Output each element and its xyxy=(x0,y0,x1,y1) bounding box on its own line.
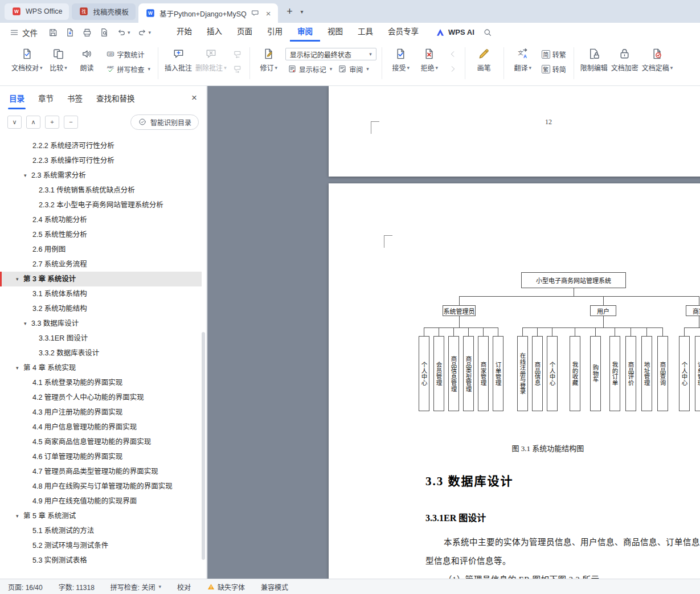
markup-state-select[interactable]: 显示标记的最终状态▾ xyxy=(285,48,376,60)
redo-button[interactable]: ▾ xyxy=(135,25,154,40)
smart-recognize-button[interactable]: 智能识别目录 xyxy=(130,114,199,130)
toc-item[interactable]: 5.1 系统测试的方法 xyxy=(0,523,202,538)
accept-change-button[interactable]: 接受▾ xyxy=(387,45,415,72)
simplified-to-traditional-button[interactable]: 简 转繁 xyxy=(539,48,568,60)
word-count-button[interactable]: 123 字数统计 xyxy=(104,48,153,60)
spellcheck-status[interactable]: 拼写检查: 关闭▾ xyxy=(110,582,161,592)
document-area[interactable]: 12 图 3.1 系统功能结构图 小型电子商务网站管理系统系统管理员个人中心会员… xyxy=(207,86,700,579)
toc-item[interactable]: 2.2.3 系统操作可行性分析 xyxy=(0,153,202,168)
comment-bubble-icon[interactable] xyxy=(251,9,260,18)
toc-item[interactable]: ▾第 4 章 系统实现 xyxy=(0,361,202,375)
print-preview-button[interactable] xyxy=(97,25,112,40)
toc-item[interactable]: 2.4 系统功能分析 xyxy=(0,212,202,227)
menu-tab[interactable]: 插入 xyxy=(199,23,230,42)
toc-item[interactable]: 3.2 系统功能结构 xyxy=(0,301,202,316)
menu-tab[interactable]: 视图 xyxy=(320,23,350,42)
toc-item[interactable]: 2.6 用例图 xyxy=(0,242,202,257)
toc-item[interactable]: 5.3 实例测试表格 xyxy=(0,553,202,568)
new-tab-button[interactable]: + xyxy=(283,4,297,19)
toc-item[interactable]: 4.4 用户信息管理功能的界面实现 xyxy=(0,420,202,435)
expand-arrow-icon[interactable]: ▾ xyxy=(24,316,31,331)
save-button[interactable] xyxy=(46,25,60,40)
track-changes-button[interactable]: 修订▾ xyxy=(255,45,283,72)
previous-change-button[interactable] xyxy=(446,48,460,60)
finalize-document-button[interactable]: 文档定稿▾ xyxy=(640,45,675,72)
toc-item[interactable]: 2.5 系统性能分析 xyxy=(0,227,202,242)
next-change-button[interactable] xyxy=(446,63,460,75)
toc-item[interactable]: 2.3.1 传统销售系统优缺点分析 xyxy=(0,183,202,198)
translate-button[interactable]: 文A 翻译▾ xyxy=(509,45,537,72)
toc-item[interactable]: 4.9 用户在线充值功能的实现界面 xyxy=(0,494,202,509)
wps-ai-button[interactable]: WPS AI xyxy=(435,27,474,38)
menu-tab[interactable]: 页面 xyxy=(230,23,260,42)
toc-item[interactable]: 3.3.2 数据库表设计 xyxy=(0,346,202,361)
close-tab-icon[interactable]: × xyxy=(266,9,271,18)
toc-item[interactable]: 4.8 用户在线购买与订单管理功能的界面实现 xyxy=(0,479,202,494)
expand-all-button[interactable]: ∧ xyxy=(26,116,40,129)
expand-level-button[interactable]: + xyxy=(45,116,59,129)
word-count-indicator[interactable]: 字数: 11318 xyxy=(59,582,95,592)
reject-change-button[interactable]: 拒绝▾ xyxy=(415,45,444,72)
collapse-all-button[interactable]: ∨ xyxy=(7,116,22,129)
toc-item[interactable]: 2.2.2 系统经济可行性分析 xyxy=(0,138,202,153)
sidebar-tab-bookmarks[interactable]: 书签 xyxy=(67,92,83,104)
page-indicator[interactable]: 页面: 16/40 xyxy=(8,582,43,592)
compare-button[interactable]: 比较▾ xyxy=(44,45,73,72)
toc-item[interactable]: 4.5 商家商品信息管理功能的界面实现 xyxy=(0,435,202,449)
menu-tab[interactable]: 开始 xyxy=(169,23,199,42)
read-aloud-button[interactable]: 朗读 xyxy=(73,45,101,72)
sidebar-tab-catalog[interactable]: 目录 xyxy=(9,92,24,104)
toc-item[interactable]: 3.3.1ER 图设计 xyxy=(0,331,202,346)
toc-item[interactable]: 4.7 管理员商品类型管理功能的界面实现 xyxy=(0,464,202,479)
file-menu-button[interactable]: 文件 xyxy=(6,27,41,38)
expand-arrow-icon[interactable]: ▾ xyxy=(16,272,23,286)
toc-item[interactable]: ▾第 5 章 系统测试 xyxy=(0,509,202,523)
tab-document[interactable]: W 基于Python+Django+MySQ × xyxy=(138,3,278,23)
review-pane-button[interactable]: 审阅▾ xyxy=(335,63,371,75)
print-button[interactable] xyxy=(80,25,95,40)
search-button[interactable] xyxy=(480,25,495,40)
toc-item[interactable]: 3.1 系统体系结构 xyxy=(0,286,202,301)
undo-button[interactable]: ▾ xyxy=(114,25,133,40)
show-markup-button[interactable]: 显示标记▾ xyxy=(285,63,335,75)
sidebar-scrollbar[interactable] xyxy=(202,332,205,560)
sidebar-tab-find-replace[interactable]: 查找和替换 xyxy=(96,92,135,104)
toc-item[interactable]: ▾第 3 章 系统设计 xyxy=(0,272,202,286)
sidebar-tab-chapters[interactable]: 章节 xyxy=(38,92,54,104)
tab-wps-office[interactable]: W WPS Office xyxy=(5,3,69,20)
menu-tab[interactable]: 会员专享 xyxy=(380,23,426,42)
export-button[interactable] xyxy=(63,25,77,40)
insert-comment-button[interactable]: 插入批注 xyxy=(163,45,194,72)
encrypt-document-button[interactable]: 文档加密 xyxy=(609,45,640,72)
toc-item[interactable]: 4.6 订单管理功能的界面实现 xyxy=(0,449,202,464)
compat-mode[interactable]: 兼容模式 xyxy=(261,582,288,592)
close-sidebar-icon[interactable]: × xyxy=(191,92,197,104)
tab-list-chevron-icon[interactable]: ▾ xyxy=(297,9,307,15)
toc-item[interactable]: 4.2 管理员个人中心功能的界面实现 xyxy=(0,390,202,405)
delete-comment-button[interactable]: 删除批注▾ xyxy=(194,45,228,72)
toc-item[interactable]: 2.3.2 本小型电子商务网站管理系统分析 xyxy=(0,198,202,212)
expand-arrow-icon[interactable]: ▾ xyxy=(24,168,31,183)
menu-tab[interactable]: 引用 xyxy=(260,23,290,42)
traditional-to-simplified-button[interactable]: 繁 转简 xyxy=(539,63,568,75)
toc-item[interactable]: 4.3 用户注册功能的界面实现 xyxy=(0,405,202,420)
toc-item[interactable]: 4.1 系统登录功能的界面实现 xyxy=(0,375,202,390)
proofread-status[interactable]: 校对 xyxy=(177,582,191,592)
tab-template-site[interactable]: 找 找稿壳模板 xyxy=(72,3,136,20)
expand-arrow-icon[interactable]: ▾ xyxy=(16,509,23,523)
toc-item[interactable]: 5.2 测试环境与测试条件 xyxy=(0,538,202,553)
toc-item[interactable]: 2.7 系统业务流程 xyxy=(0,257,202,272)
restrict-editing-button[interactable]: 限制编辑 xyxy=(579,45,609,72)
doc-proofing-button[interactable]: 文档校对▾ xyxy=(10,45,44,72)
toc-item[interactable]: ▾2.3 系统需求分析 xyxy=(0,168,202,183)
menu-tab[interactable]: 审阅 xyxy=(290,23,320,42)
toc-item[interactable]: ▾3.3 数据库设计 xyxy=(0,316,202,331)
pen-button[interactable]: 画笔 xyxy=(470,45,498,72)
previous-comment-button[interactable] xyxy=(231,48,244,60)
next-comment-button[interactable] xyxy=(231,63,244,75)
spell-check-button[interactable]: ABC 拼写检查▾ xyxy=(104,63,153,75)
collapse-level-button[interactable]: − xyxy=(64,116,78,129)
expand-arrow-icon[interactable]: ▾ xyxy=(16,361,23,375)
missing-font-warning[interactable]: 缺失字体 xyxy=(207,582,245,592)
menu-tab[interactable]: 工具 xyxy=(350,23,380,42)
